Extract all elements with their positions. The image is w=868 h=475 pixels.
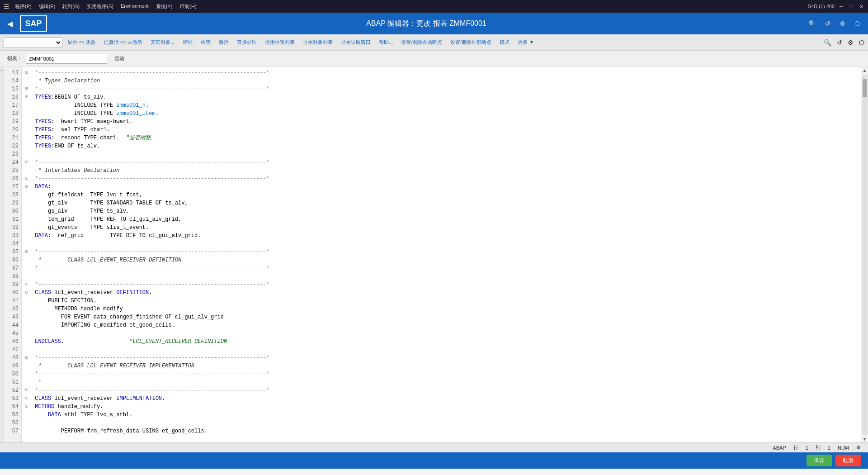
object-dropdown[interactable] bbox=[4, 37, 62, 48]
fold-button[interactable]: ⊟ bbox=[25, 93, 31, 101]
fold-button[interactable] bbox=[25, 126, 31, 134]
fold-button[interactable] bbox=[25, 321, 31, 329]
fold-button[interactable]: ⊟ bbox=[25, 183, 31, 191]
code-token: DATA bbox=[35, 232, 48, 240]
window-minimize[interactable]: ─ bbox=[838, 3, 844, 10]
hamburger-icon[interactable]: ☰ bbox=[4, 3, 9, 10]
fold-button[interactable] bbox=[25, 329, 31, 337]
editor-container: 1314151617181920212223242526272829303132… bbox=[0, 67, 868, 442]
toolbar-btn-direct[interactable]: 直接处理 bbox=[234, 37, 260, 48]
fold-button[interactable] bbox=[25, 362, 31, 370]
code-line: PUBLIC SECTION. bbox=[25, 297, 861, 305]
fold-button[interactable] bbox=[25, 207, 31, 215]
toolbar-btn-usage-list[interactable]: 使用位置列表 bbox=[262, 37, 298, 48]
fold-button[interactable]: ⊟ bbox=[25, 158, 31, 166]
fold-button[interactable] bbox=[25, 232, 31, 240]
fold-button[interactable] bbox=[25, 256, 31, 264]
toolbar-btn-mode[interactable]: 模式 bbox=[496, 37, 513, 48]
toolbar-settings-icon[interactable]: ⚙ bbox=[848, 39, 854, 46]
toolbar-btn-object-list[interactable]: 显示对象列表 bbox=[300, 37, 336, 48]
fold-button[interactable]: ⊟ bbox=[25, 175, 31, 183]
toolbar-btn-nav-window[interactable]: 显示导航窗口 bbox=[338, 37, 374, 48]
fold-button[interactable] bbox=[25, 109, 31, 118]
line-number: 47 bbox=[4, 346, 21, 354]
fold-button[interactable] bbox=[25, 150, 31, 158]
fold-button[interactable] bbox=[25, 378, 31, 386]
fold-button[interactable]: ⊟ bbox=[25, 354, 31, 362]
fold-button[interactable]: ⊟ bbox=[25, 85, 31, 93]
report-name-input[interactable] bbox=[26, 54, 107, 64]
menu-utilities[interactable]: 实用程序(S) bbox=[87, 3, 113, 10]
toolbar-refresh-icon[interactable]: ↺ bbox=[837, 39, 842, 46]
scroll-down-arrow[interactable]: ▼ bbox=[862, 436, 868, 442]
menu-system[interactable]: 系统(Y) bbox=[156, 3, 173, 10]
toolbar-btn-check[interactable]: 检查 bbox=[198, 37, 214, 48]
scroll-track[interactable] bbox=[862, 75, 868, 435]
scrollbar[interactable]: ▲ ▼ bbox=[861, 67, 868, 442]
scroll-up-arrow[interactable]: ▲ bbox=[862, 67, 868, 74]
code-comment: *---------------------------------------… bbox=[32, 280, 269, 289]
fold-button[interactable] bbox=[25, 346, 31, 354]
fold-button[interactable]: ⊟ bbox=[25, 248, 31, 256]
fold-button[interactable] bbox=[25, 191, 31, 199]
fold-button[interactable] bbox=[25, 370, 31, 378]
menu-program[interactable]: 程序(P) bbox=[15, 3, 32, 10]
fold-button[interactable] bbox=[25, 134, 31, 142]
fold-button[interactable] bbox=[25, 142, 31, 150]
fold-button[interactable] bbox=[25, 166, 31, 175]
menu-goto[interactable]: 转到(G) bbox=[62, 3, 80, 10]
fold-button[interactable]: ⊟ bbox=[25, 394, 31, 403]
menu-edit[interactable]: 编辑(E) bbox=[39, 3, 56, 10]
toolbar-search-icon[interactable]: 🔍 bbox=[824, 39, 831, 46]
fold-button[interactable]: ⊟ bbox=[25, 69, 31, 77]
toolbar-btn-activate[interactable]: 激活 bbox=[216, 37, 232, 48]
header-settings-icon[interactable]: ⚙ bbox=[837, 19, 848, 28]
active-status: 活动 bbox=[114, 55, 124, 62]
fold-button[interactable]: ⊟ bbox=[25, 289, 31, 297]
header-expand-icon[interactable]: ⬡ bbox=[852, 19, 863, 28]
fold-button[interactable] bbox=[25, 223, 31, 232]
fold-button[interactable] bbox=[25, 337, 31, 346]
menu-help[interactable]: 帮助(H) bbox=[179, 3, 196, 10]
header-refresh-icon[interactable]: ↺ bbox=[822, 19, 833, 28]
fold-button[interactable] bbox=[25, 240, 31, 248]
toolbar-export-icon[interactable]: ⬡ bbox=[859, 39, 864, 46]
fold-button[interactable] bbox=[25, 77, 31, 85]
code-editor[interactable]: ⊟ *-------------------------------------… bbox=[22, 67, 861, 442]
fold-button[interactable]: ⊟ bbox=[25, 386, 31, 394]
code-comment: *---------------------------------------… bbox=[32, 85, 269, 93]
code-token: handle_modify. bbox=[54, 403, 103, 411]
toolbar-btn-help[interactable]: 帮助... bbox=[376, 37, 396, 48]
fold-button[interactable] bbox=[25, 272, 31, 280]
toolbar-btn-set-session-bp[interactable]: 设置/删除会话断点 bbox=[398, 37, 445, 48]
fold-button[interactable] bbox=[25, 411, 31, 419]
scroll-thumb[interactable] bbox=[863, 79, 867, 97]
fold-button[interactable]: ⊟ bbox=[25, 280, 31, 289]
fold-button[interactable] bbox=[25, 199, 31, 207]
fold-button[interactable] bbox=[25, 118, 31, 126]
fold-button[interactable] bbox=[25, 101, 31, 109]
cancel-button[interactable]: 取消 bbox=[835, 455, 861, 466]
save-button[interactable]: 保存 bbox=[807, 455, 832, 466]
back-button[interactable]: ◀ bbox=[5, 18, 14, 30]
toolbar-btn-more[interactable]: 更多 ▼ bbox=[514, 37, 537, 48]
menu-environment[interactable]: Environment bbox=[121, 3, 149, 10]
fold-button[interactable] bbox=[25, 215, 31, 223]
fold-button[interactable] bbox=[25, 427, 31, 435]
fold-button[interactable] bbox=[25, 264, 31, 272]
toolbar-btn-set-external-bp[interactable]: 设置/删除外部断点 bbox=[447, 37, 495, 48]
toolbar-btn-other-objects[interactable]: 其它对象... bbox=[147, 37, 178, 48]
code-token: lcl_event_receiver bbox=[51, 394, 116, 403]
window-maximize[interactable]: □ bbox=[848, 3, 854, 10]
toolbar-btn-display-change[interactable]: 显示 <> 更改 bbox=[64, 37, 99, 48]
fold-button[interactable] bbox=[25, 419, 31, 427]
toolbar-btn-active-inactive[interactable]: 已激活 <> 未激活 bbox=[101, 37, 146, 48]
header-search-icon[interactable]: 🔍 bbox=[806, 19, 819, 28]
window-close[interactable]: ✕ bbox=[858, 3, 864, 10]
fold-button[interactable] bbox=[25, 313, 31, 321]
toolbar-btn-enhance[interactable]: 增强 bbox=[179, 37, 196, 48]
fold-button[interactable] bbox=[25, 297, 31, 305]
code-line: gt_fieldcat TYPE lvc_t_fcat, bbox=[25, 191, 861, 199]
fold-button[interactable]: ⊟ bbox=[25, 403, 31, 411]
fold-button[interactable] bbox=[25, 305, 31, 313]
